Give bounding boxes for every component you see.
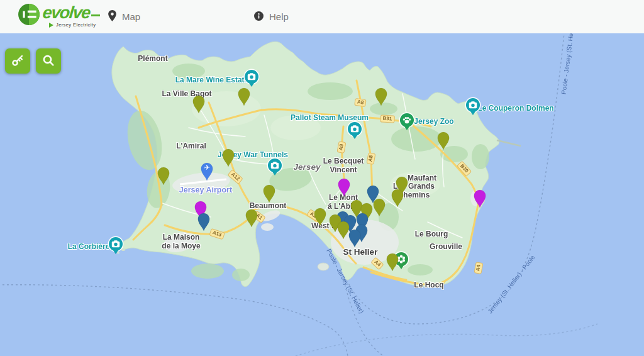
brand-tagline: Jersey Electricity bbox=[43, 22, 100, 28]
poi-camera-icon[interactable] bbox=[109, 237, 123, 251]
evolve-logo-mark bbox=[18, 3, 40, 28]
poi-camera-icon[interactable] bbox=[268, 159, 282, 172]
charger-pin-magenta[interactable] bbox=[474, 189, 487, 208]
search-button[interactable] bbox=[36, 48, 61, 74]
search-icon bbox=[42, 53, 55, 69]
nav-map-label: Map bbox=[122, 11, 140, 22]
charger-pin-blue[interactable] bbox=[197, 213, 211, 231]
filters-button[interactable] bbox=[5, 48, 30, 74]
poi-paw-icon[interactable] bbox=[400, 113, 414, 127]
map-base bbox=[0, 33, 644, 356]
brand-logo[interactable]: evolve Jersey Electricity bbox=[18, 3, 100, 28]
charger-pin-olive[interactable] bbox=[222, 148, 235, 167]
charger-pin-olive[interactable] bbox=[391, 189, 404, 208]
poi-tail bbox=[470, 111, 475, 115]
poi-tail bbox=[113, 250, 118, 254]
nav-item-help[interactable]: Help bbox=[254, 0, 289, 33]
brand-name: evolve bbox=[42, 3, 91, 22]
charger-pin-olive[interactable] bbox=[238, 87, 251, 106]
poi-camera-icon[interactable] bbox=[466, 98, 480, 112]
charger-pin-olive[interactable] bbox=[386, 253, 399, 272]
info-icon bbox=[254, 11, 264, 23]
nav-item-map[interactable]: Map bbox=[108, 0, 140, 33]
poi-tail bbox=[404, 126, 409, 130]
app-header: evolve Jersey Electricity Map Help bbox=[0, 0, 644, 33]
charger-pin-olive[interactable] bbox=[263, 184, 276, 203]
charger-pin-olive[interactable] bbox=[192, 95, 206, 114]
nav-help-label: Help bbox=[269, 11, 289, 22]
poi-tail bbox=[352, 135, 357, 139]
airplane-icon: ✈ bbox=[201, 164, 214, 172]
charger-pin-magenta[interactable] bbox=[338, 178, 351, 197]
charger-pin-olive[interactable] bbox=[157, 167, 170, 186]
airport-pin[interactable]: ✈ bbox=[201, 162, 214, 181]
poi-tail bbox=[249, 83, 254, 87]
charger-pin-olive[interactable] bbox=[437, 131, 450, 150]
key-icon bbox=[11, 53, 25, 69]
charger-pin-olive[interactable] bbox=[373, 198, 386, 217]
brand-dash bbox=[91, 14, 100, 16]
charger-pin-olive[interactable] bbox=[245, 209, 258, 228]
poi-camera-icon[interactable] bbox=[245, 70, 258, 84]
location-pin-icon bbox=[108, 10, 116, 23]
map-canvas[interactable]: Poole - Jersey (St. Helier)Poole - Jerse… bbox=[0, 33, 644, 356]
poi-camera-icon[interactable] bbox=[348, 122, 362, 136]
charger-pin-olive[interactable] bbox=[314, 208, 327, 226]
charger-pin-olive[interactable] bbox=[375, 87, 388, 106]
poi-tail bbox=[272, 172, 277, 175]
poi-tail bbox=[399, 265, 404, 269]
charger-pin-blue[interactable] bbox=[348, 229, 362, 248]
tagline-arrow-icon bbox=[49, 23, 53, 28]
